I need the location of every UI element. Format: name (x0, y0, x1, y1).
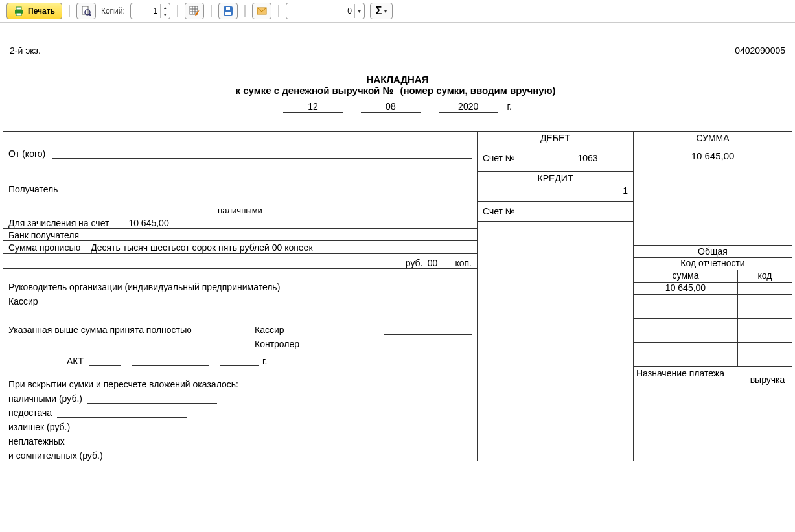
preview-button[interactable] (76, 3, 96, 19)
date-month: 08 (361, 101, 421, 113)
sum-words-label: Сумма прописью (8, 242, 80, 253)
separator (177, 5, 178, 17)
credit-amount: 10 645,00 (128, 218, 168, 228)
separator (69, 5, 70, 17)
dropdown-icon: ▾ (384, 8, 387, 14)
svg-rect-1 (16, 7, 21, 10)
number-value: 0 (286, 6, 354, 16)
line-short: недостача (8, 408, 52, 418)
svg-rect-2 (16, 13, 21, 16)
copies-value: 1 (131, 6, 160, 16)
credit-header: КРЕДИТ (478, 171, 633, 185)
line-excess: излишек (руб.) (8, 422, 70, 432)
line-nonpay: неплатежных (8, 436, 65, 446)
sum-value: 10 645,00 (634, 145, 792, 245)
sigma-button[interactable]: Σ ▾ (370, 3, 393, 19)
debit-header: ДЕБЕТ (478, 132, 633, 145)
left-panel: От (кого) Получатель наличными Для зачис… (3, 132, 478, 461)
bank-label: Банк получателя (8, 230, 79, 240)
manager-sign (299, 280, 472, 292)
dropdown-icon: ▼ (354, 4, 364, 18)
table-pencil-icon (189, 6, 200, 16)
date-day: 12 (283, 101, 343, 113)
signatures-block: Руководитель организации (индивидуальный… (3, 268, 477, 461)
debit-account: 1063 (562, 153, 614, 163)
toolbar: Печать Копий: 1 ▲▼ 0 ▼ Σ ▾ (0, 0, 795, 23)
save-button[interactable] (218, 3, 238, 19)
spinner-arrows[interactable]: ▲▼ (160, 4, 170, 18)
purpose-value: выручка (743, 367, 792, 393)
svg-rect-14 (226, 7, 230, 10)
number-combo[interactable]: 0 ▼ (286, 3, 365, 19)
separator (278, 5, 279, 17)
open-label: При вскрытии сумки и пересчете вложений … (8, 379, 238, 389)
form-code: 0402090005 (735, 45, 785, 56)
cash-label: наличными (3, 205, 477, 216)
from-value (52, 146, 472, 159)
email-button[interactable] (252, 3, 271, 19)
line-doubt: и сомнительных (руб.) (8, 450, 103, 461)
print-label: Печать (28, 6, 55, 16)
manager-label: Руководитель организации (индивидуальный… (8, 282, 280, 292)
purpose-label: Назначение платежа (634, 367, 743, 393)
doc-subtitle: к сумке с денежной выручкой № (номер сум… (3, 85, 792, 97)
act-label: АКТ (67, 356, 84, 366)
svg-rect-13 (225, 12, 231, 15)
copy-label: 2-й экз. (10, 45, 735, 56)
diskette-icon (223, 6, 233, 16)
copies-spinner[interactable]: 1 ▲▼ (130, 3, 170, 19)
total-sum-value: 10 645,00 (634, 283, 738, 294)
edit-table-button[interactable] (185, 3, 204, 19)
svg-line-5 (89, 14, 91, 16)
from-label: От (кого) (8, 148, 45, 159)
accepted-label: Указанная выше сумма принята полностью (8, 325, 255, 335)
sigma-icon: Σ (376, 5, 382, 17)
line-cash: наличными (руб.) (8, 393, 82, 404)
sum-column: СУММА 10 645,00 Общая Код отчетности сум… (634, 132, 792, 461)
document: 2-й экз. 0402090005 НАКЛАДНАЯ к сумке с … (3, 36, 792, 461)
doc-title: НАКЛАДНАЯ (3, 74, 792, 85)
recipient-label: Получатель (8, 184, 58, 194)
recipient-value (65, 182, 472, 194)
sum-header: СУММА (634, 132, 792, 145)
printer-icon (14, 6, 24, 16)
date-row: 12 08 2020 г. (3, 101, 792, 113)
print-button[interactable]: Печать (6, 3, 62, 19)
credit-one: 1 (478, 185, 633, 202)
separator (211, 5, 212, 17)
copies-label: Копий: (101, 6, 125, 16)
cashier-label: Кассир (8, 296, 38, 306)
date-year: 2020 (439, 101, 498, 113)
account-column: ДЕБЕТ Счет № 1063 КРЕДИТ 1 Счет № (478, 132, 634, 461)
sum-words-value: Десять тысяч шестьсот сорок пять рублей … (91, 242, 312, 253)
separator (244, 5, 246, 17)
bag-number: (номер сумки, вводим вручную) (396, 85, 559, 97)
total-label: Общая (634, 245, 792, 257)
cashier-sign (43, 294, 205, 306)
page-magnifier-icon (81, 6, 91, 16)
envelope-icon (257, 6, 267, 16)
credit-to-label: Для зачисления на счет (8, 218, 109, 228)
